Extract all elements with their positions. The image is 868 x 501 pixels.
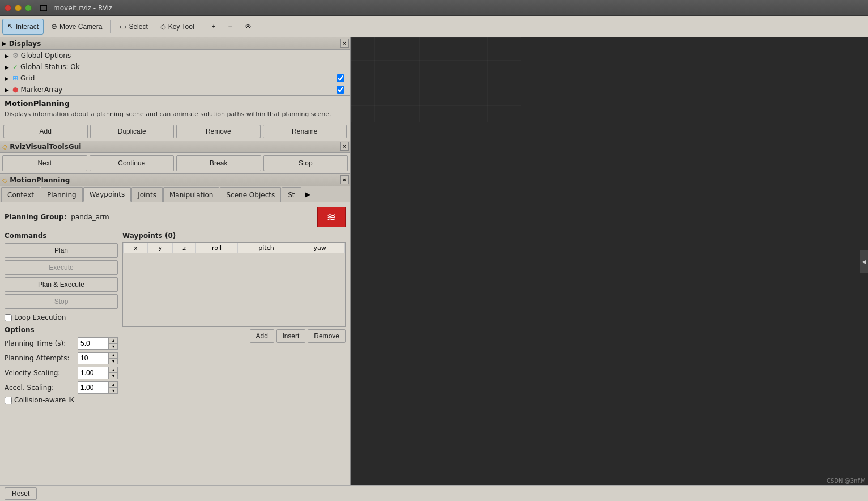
planning-attempts-label: Planning Attempts: — [5, 354, 78, 362]
toolbar-separator-1 — [110, 20, 111, 33]
planning-group-info: Planning Group: panda_arm — [5, 213, 109, 221]
continue-button[interactable]: Continue — [90, 155, 175, 171]
col-y: y — [148, 243, 172, 253]
tab-more-button[interactable]: ▶ — [302, 187, 314, 202]
select-button[interactable]: ▭ Select — [114, 19, 152, 35]
rviz-diamond-icon: ◇ — [2, 143, 7, 151]
accel-scaling-up[interactable]: ▴ — [109, 381, 118, 388]
window-title: moveit.rviz - RViz — [53, 4, 112, 12]
bottom-bar: Reset — [0, 485, 868, 501]
reset-button[interactable]: Reset — [5, 487, 37, 500]
planning-time-label: Planning Time (s): — [5, 339, 78, 347]
select-label: Select — [129, 23, 147, 31]
markerarray-checkbox[interactable] — [337, 86, 344, 94]
close-button[interactable] — [5, 5, 11, 11]
move-camera-icon: ⊕ — [51, 22, 57, 31]
mp-diamond-icon: ◇ — [2, 176, 7, 184]
move-camera-button[interactable]: ⊕ Move Camera — [46, 19, 107, 35]
displays-arrow-icon: ▶ — [2, 40, 7, 46]
tree-item-global-status[interactable]: ▶ ✓ Global Status: Ok — [0, 61, 350, 73]
toolbar-plus-button[interactable]: + — [207, 19, 221, 35]
displays-title: Displays — [9, 40, 41, 48]
waypoints-table-wrapper[interactable]: x y z roll pitch yaw — [122, 242, 346, 327]
tab-st[interactable]: St — [282, 187, 301, 202]
plan-button[interactable]: Plan — [5, 243, 118, 258]
waypoints-remove-button[interactable]: Remove — [308, 329, 346, 343]
add-display-button[interactable]: Add — [3, 125, 88, 138]
planning-group-icon: ≋ — [327, 210, 337, 224]
planning-time-input[interactable] — [78, 337, 109, 350]
planning-attempts-input[interactable] — [78, 352, 109, 364]
tree-item-markerarray[interactable]: ▶ ● MarkerArray — [0, 84, 350, 95]
displays-scroll[interactable]: ▶ ⚙ Global Options ▶ ✓ Global Status: Ok… — [0, 50, 350, 95]
viewport-3d[interactable]: ◀ CSDN @3nf.M — [351, 37, 868, 485]
planning-time-up[interactable]: ▴ — [109, 337, 118, 343]
right-column: Waypoints (0) x y z roll pitch — [122, 232, 346, 404]
next-button[interactable]: Next — [2, 155, 87, 171]
execute-button[interactable]: Execute — [5, 260, 118, 275]
grid-background — [351, 37, 521, 122]
velocity-scaling-up[interactable]: ▴ — [109, 367, 118, 373]
remove-display-button[interactable]: Remove — [176, 125, 261, 138]
velocity-scaling-input[interactable] — [78, 367, 109, 379]
break-button[interactable]: Break — [176, 155, 261, 171]
waypoints-add-button[interactable]: Add — [250, 329, 274, 343]
velocity-scaling-label: Velocity Scaling: — [5, 369, 78, 377]
col-pitch: pitch — [237, 243, 295, 253]
collision-ik-row: Collision-aware IK — [5, 396, 118, 404]
mp-content: Planning Group: panda_arm ≋ Commands Pla… — [0, 202, 350, 485]
duplicate-display-button[interactable]: Duplicate — [90, 125, 175, 138]
minus-icon: − — [228, 23, 232, 31]
key-tool-button[interactable]: ◇ Key Tool — [155, 19, 199, 35]
collision-ik-checkbox[interactable] — [5, 397, 12, 404]
tab-planning[interactable]: Planning — [41, 187, 83, 202]
tab-manipulation[interactable]: Manipulation — [163, 187, 220, 202]
display-buttons-row: Add Duplicate Remove Rename — [0, 122, 350, 141]
titlebar: 🗖 moveit.rviz - RViz — [0, 0, 868, 16]
options-label: Options — [5, 326, 118, 334]
planning-group-icon-button[interactable]: ≋ — [317, 207, 346, 227]
toolbar-eye-button[interactable]: 👁 — [240, 19, 257, 35]
interact-label: Interact — [16, 23, 39, 31]
tab-joints[interactable]: Joints — [131, 187, 163, 202]
plan-execute-button[interactable]: Plan & Execute — [5, 277, 118, 292]
minimize-button[interactable] — [15, 5, 22, 11]
velocity-scaling-spinner-buttons: ▴ ▾ — [109, 367, 118, 379]
planning-attempts-up[interactable]: ▴ — [109, 352, 118, 358]
viewport-collapse-button[interactable]: ◀ — [860, 250, 868, 273]
toolbar-minus-button[interactable]: − — [223, 19, 237, 35]
planning-time-down[interactable]: ▾ — [109, 343, 118, 350]
planning-attempts-down[interactable]: ▾ — [109, 358, 118, 364]
accel-scaling-input[interactable] — [78, 381, 109, 394]
two-column-layout: Commands Plan Execute Plan & Execute Sto… — [5, 232, 346, 404]
planning-group-row: Planning Group: panda_arm ≋ — [5, 207, 346, 227]
left-column: Commands Plan Execute Plan & Execute Sto… — [5, 232, 118, 404]
rename-display-button[interactable]: Rename — [263, 125, 347, 138]
rviz-visual-tools-title: RvizVisualToolsGui — [10, 143, 81, 151]
accel-scaling-down[interactable]: ▾ — [109, 388, 118, 394]
mp-close-button[interactable]: ✕ — [340, 175, 349, 184]
maximize-button[interactable] — [25, 5, 32, 11]
tree-item-global-options[interactable]: ▶ ⚙ Global Options — [0, 50, 350, 61]
tree-item-grid[interactable]: ▶ ⊞ Grid — [0, 73, 350, 84]
loop-execution-checkbox[interactable] — [5, 314, 12, 321]
displays-close-button[interactable]: ✕ — [340, 39, 349, 48]
rviz-close-button[interactable]: ✕ — [340, 142, 349, 151]
col-z: z — [172, 243, 195, 253]
waypoints-insert-button[interactable]: insert — [276, 329, 305, 343]
planning-time-row: Planning Time (s): ▴ ▾ — [5, 337, 118, 350]
stop-button[interactable]: Stop — [263, 155, 348, 171]
col-yaw: yaw — [295, 243, 345, 253]
tree-arrow-icon: ▶ — [5, 53, 10, 59]
accel-scaling-spinner-buttons: ▴ ▾ — [109, 381, 118, 394]
tab-waypoints[interactable]: Waypoints — [83, 187, 131, 202]
motion-planning-header: ◇ MotionPlanning ✕ — [0, 174, 350, 186]
tab-scene-objects[interactable]: Scene Objects — [220, 187, 281, 202]
grid-checkbox[interactable] — [337, 74, 344, 82]
interact-button[interactable]: ↖ Interact — [2, 19, 44, 35]
mp-stop-button[interactable]: Stop — [5, 294, 118, 309]
tab-context[interactable]: Context — [1, 187, 40, 202]
velocity-scaling-down[interactable]: ▾ — [109, 373, 118, 379]
collision-ik-label: Collision-aware IK — [14, 396, 74, 404]
planning-time-spinner-buttons: ▴ ▾ — [109, 337, 118, 350]
